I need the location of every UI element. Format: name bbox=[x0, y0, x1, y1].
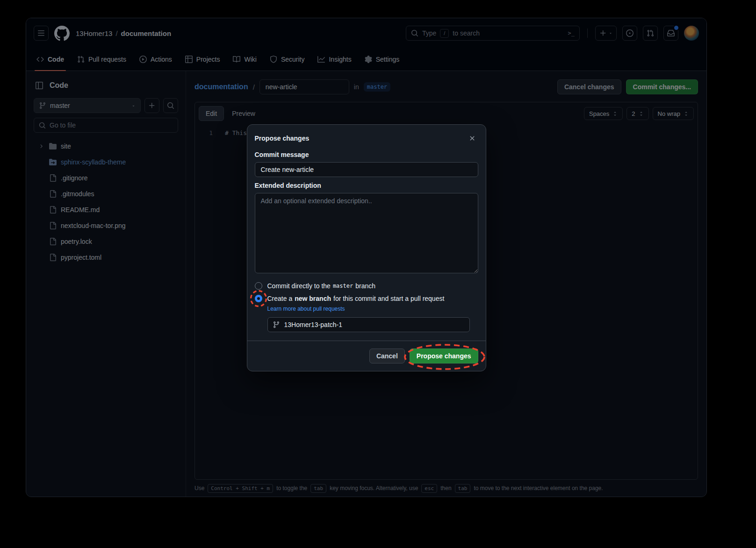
close-icon bbox=[468, 135, 476, 142]
git-branch-icon bbox=[273, 321, 280, 328]
new-branch-name-value: 13Homer13-patch-1 bbox=[284, 321, 343, 328]
master-branch-code: master bbox=[333, 283, 353, 289]
commit-message-label: Commit message bbox=[255, 151, 478, 158]
create-branch-radio[interactable] bbox=[255, 295, 262, 302]
create-branch-option[interactable]: Create a new branch for this commit and … bbox=[255, 295, 478, 302]
extended-description-label: Extended description bbox=[255, 182, 478, 189]
propose-changes-button[interactable]: Propose changes bbox=[410, 349, 478, 363]
commit-directly-radio[interactable] bbox=[255, 282, 262, 290]
github-window: 13Homer13 / documentation Type / to sear… bbox=[26, 18, 707, 497]
dialog-footer: Cancel Propose changes bbox=[247, 341, 486, 371]
close-dialog-button[interactable] bbox=[466, 132, 478, 144]
learn-more-link[interactable]: Learn more about pull requests bbox=[267, 306, 478, 312]
propose-changes-dialog: Propose changes Commit message Extended … bbox=[247, 124, 486, 371]
extended-description-textarea[interactable] bbox=[255, 193, 478, 273]
dialog-title: Propose changes bbox=[255, 135, 310, 142]
commit-message-input[interactable] bbox=[255, 162, 478, 177]
cancel-button[interactable]: Cancel bbox=[369, 349, 405, 363]
new-branch-name-input[interactable]: 13Homer13-patch-1 bbox=[267, 317, 470, 332]
commit-directly-option[interactable]: Commit directly to the master branch bbox=[255, 282, 478, 290]
